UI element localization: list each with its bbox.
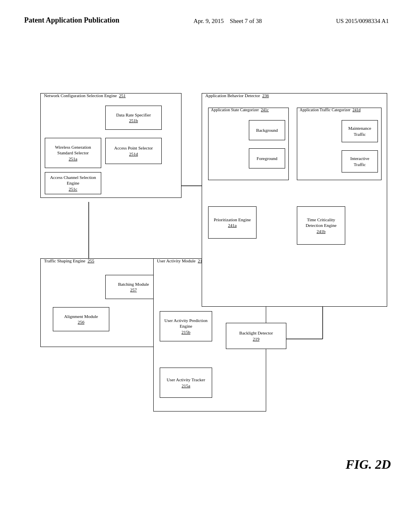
access-channel-box: Access Channel Selection Engine 251c (45, 172, 101, 194)
publication-date: Apr. 9, 2015 Sheet 7 of 38 (194, 16, 262, 25)
app-behavior-container: Application Behavior Detector 236 Applic… (202, 93, 387, 307)
backlight-ref: 219 (253, 336, 260, 342)
user-tracker-label: User Activity Tracker (167, 377, 205, 382)
alignment-ref: 256 (78, 319, 85, 325)
app-traffic-container: Application Traffic Categorizer 241d Mai… (297, 108, 382, 180)
fig-label: FIG. 2D (346, 457, 391, 472)
alignment-module-box: Alignment Module 256 (53, 307, 109, 331)
batching-ref: 257 (130, 287, 137, 293)
alignment-label: Alignment Module (64, 314, 98, 319)
maintenance-traffic-box: Maintenance Traffic (342, 120, 378, 142)
prioritization-label: Prioritization Engine (214, 217, 251, 222)
wireless-gen-label: Wireless Generation Standard Selector (48, 144, 98, 156)
access-point-selector-box: Access Point Selector 251d (105, 138, 162, 164)
header: Patent Application Publication Apr. 9, 2… (0, 0, 413, 33)
batching-label: Batching Module (118, 281, 149, 287)
time-criticality-label: Time Criticality Detection Engine (300, 217, 342, 229)
background-box: Background (249, 120, 285, 140)
wireless-gen-ref: 251a (69, 156, 77, 162)
time-criticality-ref: 241b (317, 229, 325, 234)
foreground-box: Foreground (249, 148, 285, 168)
network-config-container: Network Configuration Selection Engine 2… (40, 93, 181, 198)
user-activity-prediction-box: User Activity Prediction Engine 215b (160, 311, 212, 341)
access-point-ref: 251d (129, 151, 138, 157)
app-state-container: Application State Categorizer 241c Backg… (208, 108, 289, 180)
background-label: Background (256, 127, 278, 133)
prioritization-ref: 241a (228, 222, 236, 228)
user-activity-tracker-box: User Activity Tracker 215a (160, 368, 212, 398)
prioritization-engine-box: Prioritization Engine 241a (208, 206, 257, 239)
user-prediction-ref: 215b (181, 329, 190, 335)
foreground-label: Foreground (257, 156, 277, 161)
time-criticality-box: Time Criticality Detection Engine 241b (297, 206, 345, 245)
interactive-traffic-box: Interactive Traffic (342, 150, 378, 172)
backlight-label: Backlight Detector (239, 330, 273, 336)
user-tracker-ref: 215a (181, 383, 190, 389)
publication-title: Patent Application Publication (24, 16, 119, 25)
maintenance-label: Maintenance Traffic (344, 125, 375, 137)
data-rate-ref: 251b (129, 118, 138, 123)
interactive-label: Interactive Traffic (344, 156, 375, 167)
data-rate-specifier-box: Data Rate Specifier 251b (105, 106, 162, 130)
access-channel-label: Access Channel Selection Engine (48, 175, 98, 186)
backlight-detector-box: Backlight Detector 219 (226, 323, 286, 349)
wireless-gen-box: Wireless Generation Standard Selector 25… (45, 138, 101, 168)
access-point-label: Access Point Selector (114, 145, 153, 151)
user-prediction-label: User Activity Prediction Engine (163, 318, 209, 329)
data-rate-label: Data Rate Specifier (116, 112, 151, 118)
diagram-area: Network Configuration Selection Engine 2… (0, 33, 413, 496)
access-channel-ref: 251c (69, 186, 77, 192)
publication-number: US 2015/0098334 A1 (336, 16, 389, 25)
